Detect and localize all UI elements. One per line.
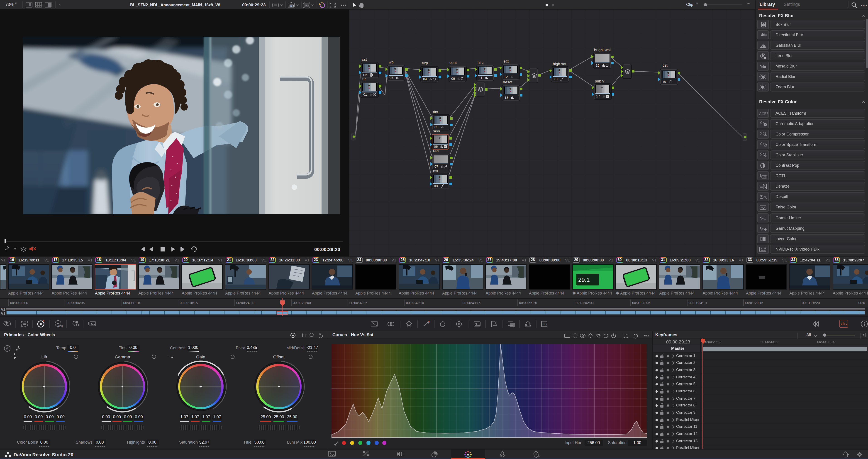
svg-text:3D: 3D	[542, 322, 547, 326]
svg-text:A: A	[6, 347, 8, 351]
svg-text:HQ: HQ	[290, 4, 293, 7]
svg-text:ACES: ACES	[759, 112, 768, 116]
svg-text:29:1: 29:1	[578, 276, 590, 283]
svg-text:DCTL: DCTL	[762, 176, 768, 178]
svg-text:HDR: HDR	[58, 325, 63, 328]
